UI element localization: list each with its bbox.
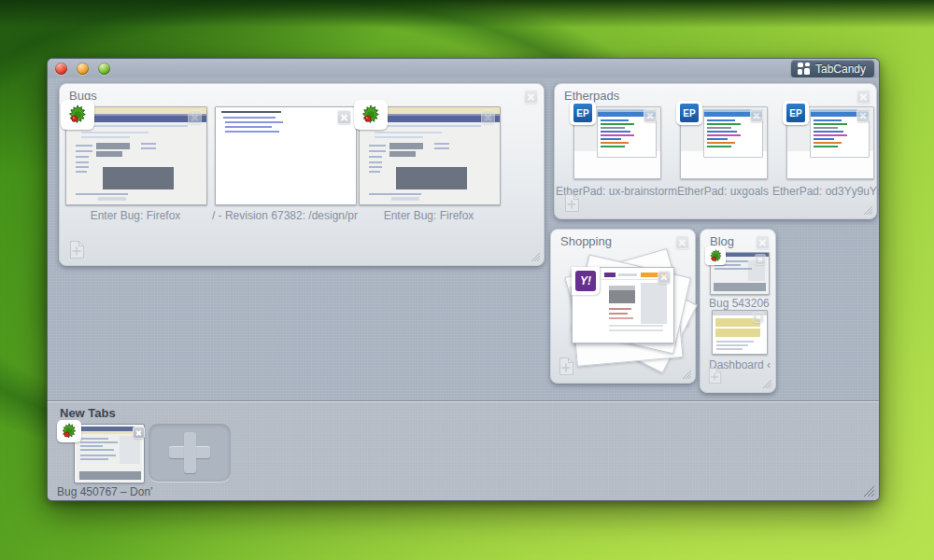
tab-dashboard[interactable]: Dashboard ‹ Chr xyxy=(712,310,766,370)
tab-title: Enter Bug: Firefox xyxy=(351,209,506,222)
window-minimize-button[interactable] xyxy=(77,63,89,75)
group-title[interactable]: Shopping xyxy=(560,234,612,248)
tab-groups-canvas: Bugs Enter Bug: Firefox xyxy=(48,77,879,500)
tab-title: Bug 543206 – Ta xyxy=(709,297,771,310)
tab-yahoo-shopping[interactable]: Y! xyxy=(572,267,674,343)
etherpad-icon: EP xyxy=(676,101,702,125)
group-resize-grip[interactable] xyxy=(531,252,541,262)
tabcandy-brand-tab[interactable]: TabCandy xyxy=(791,60,874,77)
close-tab-icon[interactable] xyxy=(481,110,495,124)
tabcandy-logo-icon xyxy=(798,63,810,75)
tab-title: EtherPad: uxgoals xyxy=(662,185,784,198)
group-resize-grip[interactable] xyxy=(682,370,692,380)
etherpad-icon: EP xyxy=(783,101,809,125)
close-tab-icon[interactable] xyxy=(644,109,657,122)
group-resize-grip[interactable] xyxy=(762,379,772,389)
window-close-button[interactable] xyxy=(55,63,67,75)
window-resize-grip[interactable] xyxy=(863,485,875,497)
close-group-icon[interactable] xyxy=(675,235,689,249)
close-tab-icon[interactable] xyxy=(755,254,766,265)
tab-revision-67382[interactable]: / - Revision 67382: /design/pr xyxy=(215,106,355,224)
tab-bug-543206[interactable]: Bug 543206 – Ta xyxy=(710,252,768,308)
tab-thumbnail xyxy=(215,106,357,205)
close-tab-icon[interactable] xyxy=(750,109,763,122)
close-tab-icon[interactable] xyxy=(753,312,764,323)
group-resize-grip[interactable] xyxy=(863,205,873,216)
new-tabs-label: New Tabs xyxy=(60,406,116,420)
tab-title: Bug 450767 – Don’ xyxy=(57,485,169,498)
tab-group-bugs[interactable]: Bugs Enter Bug: Firefox xyxy=(59,83,545,266)
new-tab-button[interactable] xyxy=(149,424,231,482)
tab-enter-bug-2[interactable]: Enter Bug: Firefox xyxy=(359,106,499,224)
tab-etherpad-ux-brainstorm[interactable]: EP EtherPad: ux-brainstorm xyxy=(573,106,659,177)
window-zoom-button[interactable] xyxy=(98,63,110,75)
tab-etherpad-od3yy9uysr[interactable]: EP EtherPad: od3Yy9uYsr xyxy=(786,106,872,177)
tab-group-blog[interactable]: Blog Bug 543206 – Ta xyxy=(700,229,776,393)
new-tabs-tray: New Tabs Bug 450767 – Don’ xyxy=(48,400,879,500)
close-tab-icon[interactable] xyxy=(856,109,870,122)
bugzilla-bug-icon xyxy=(61,100,94,130)
close-tab-icon[interactable] xyxy=(188,110,202,124)
new-tab-page-icon[interactable] xyxy=(69,240,85,259)
close-tab-icon[interactable] xyxy=(133,427,145,439)
etherpad-icon: EP xyxy=(570,101,596,125)
window-titlebar[interactable]: TabCandy xyxy=(48,59,879,78)
tab-etherpad-uxgoals[interactable]: EP EtherPad: uxgoals xyxy=(680,106,766,177)
close-tab-icon[interactable] xyxy=(658,271,671,284)
bugzilla-bug-icon xyxy=(705,246,726,265)
close-group-icon[interactable] xyxy=(524,90,538,104)
tab-title: / - Revision 67382: /design/pr xyxy=(207,209,362,222)
close-tab-icon[interactable] xyxy=(337,110,351,124)
new-tab-page-icon[interactable] xyxy=(559,357,574,376)
close-group-icon[interactable] xyxy=(756,235,770,249)
bugzilla-bug-icon xyxy=(354,100,388,130)
tab-group-shopping[interactable]: Shopping Y! xyxy=(550,229,696,384)
yahoo-icon: Y! xyxy=(572,267,600,295)
tab-title: Enter Bug: Firefox xyxy=(58,209,213,222)
tab-title: EtherPad: od3Yy9uYsr xyxy=(769,185,879,198)
tabcandy-window: TabCandy Bugs xyxy=(47,58,880,501)
tab-group-etherpads[interactable]: Etherpads EP EtherPad: ux-brainstorm xyxy=(554,83,877,219)
new-tab-page-icon[interactable] xyxy=(564,193,580,213)
close-group-icon[interactable] xyxy=(856,90,870,104)
desktop-wallpaper: TabCandy Bugs xyxy=(0,0,934,560)
new-tab-page-icon[interactable] xyxy=(708,367,724,386)
tab-enter-bug-1[interactable]: Enter Bug: Firefox xyxy=(65,106,205,224)
brand-label: TabCandy xyxy=(815,63,866,76)
bugzilla-bug-icon xyxy=(57,420,81,442)
